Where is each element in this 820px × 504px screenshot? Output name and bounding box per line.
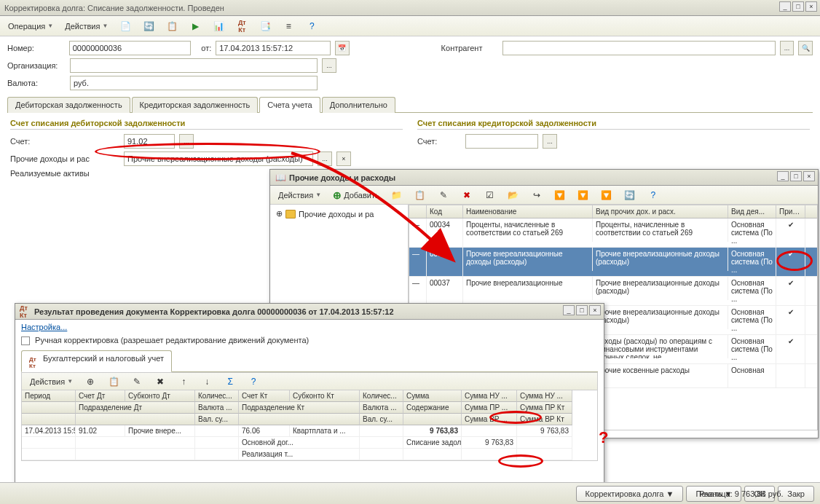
post-icon[interactable]: 📄 [114, 18, 136, 34]
directory-row[interactable]: —00034Проценты, начисленные в соответств… [409, 218, 817, 248]
dir-mark-icon[interactable]: ☑ [479, 187, 501, 203]
col-accept[interactable]: Прин... [776, 205, 805, 218]
list-icon[interactable]: ≡ [277, 18, 299, 34]
h-valsk[interactable]: Вал. су... [360, 414, 403, 425]
book-icon: 📖 [275, 172, 286, 184]
res-up-icon[interactable]: ↑ [173, 374, 194, 390]
dtkt-icon[interactable]: ДтКт [231, 18, 253, 34]
col-type[interactable]: Вид прочих дох. и расх. [593, 205, 728, 218]
currency-input[interactable]: руб. [70, 76, 318, 90]
other-clear-icon[interactable]: × [336, 151, 351, 166]
res-close-icon[interactable]: × [589, 305, 601, 315]
dir-hier-icon[interactable]: 📂 [502, 187, 524, 203]
close-icon[interactable]: × [805, 1, 817, 12]
directory-row[interactable]: —00034Прочие внереализационные доходы (р… [409, 248, 817, 277]
h-sprk[interactable]: Сумма ПР Кт [517, 402, 572, 414]
report-icon[interactable]: 📊 [208, 18, 229, 34]
col-activity[interactable]: Вид дея... [728, 205, 776, 218]
dir-help-icon[interactable]: ? [642, 187, 664, 203]
h-svrk[interactable]: Сумма ВР Кт [517, 414, 572, 425]
h-snu[interactable]: Сумма НУ ... [462, 390, 517, 402]
h-snu2[interactable]: Сумма НУ ... [517, 390, 572, 402]
dir-close-icon[interactable]: × [803, 171, 815, 181]
h-val-dt[interactable]: Валюта ... [195, 402, 239, 414]
res-copy-icon[interactable]: 📋 [103, 374, 125, 390]
h-sum[interactable]: Сумма [403, 390, 462, 402]
res-del-icon[interactable]: ✖ [149, 374, 171, 390]
dir-add-button[interactable]: ⊕Добавить [328, 187, 385, 203]
col-code[interactable]: Код [427, 205, 463, 218]
h-period[interactable]: Период [22, 390, 76, 402]
h-qty-dt[interactable]: Количес... [195, 390, 239, 402]
counterparty-select-icon[interactable]: ... [780, 41, 795, 55]
dir-filteroff-icon[interactable]: 🔽 [596, 187, 618, 203]
number-input[interactable]: 00000000036 [69, 41, 192, 55]
schet-select-icon[interactable]: ... [179, 134, 194, 149]
res-edit-icon[interactable]: ✎ [126, 374, 148, 390]
h-content[interactable]: Содержание [403, 402, 462, 414]
folder-icon [285, 210, 296, 218]
dir-actions-menu[interactable]: Действия▼ [273, 187, 326, 203]
other-income-input[interactable]: Прочие внереализационные доходы (расходы… [124, 151, 313, 166]
h-svr[interactable]: Сумма ВР ... [462, 414, 517, 425]
res-down-icon[interactable]: ↓ [196, 374, 218, 390]
dir-edit-icon[interactable]: ✎ [433, 187, 454, 203]
play-icon[interactable]: ▶ [184, 18, 206, 34]
directory-row[interactable]: —00037Прочие внереализационныеПрочие вне… [409, 277, 817, 306]
dir-delete-icon[interactable]: ✖ [456, 187, 478, 203]
dir-copy-icon[interactable]: 📋 [409, 187, 431, 203]
h-valsd[interactable]: Вал. су... [195, 414, 239, 425]
dir-restore-icon[interactable]: □ [790, 171, 802, 181]
actions-menu[interactable]: Действия▼ [60, 18, 113, 34]
manual-checkbox[interactable] [21, 336, 30, 345]
tree-expand-icon[interactable]: ⊕ [276, 209, 283, 218]
h-spr[interactable]: Сумма ПР ... [462, 402, 517, 414]
struct-icon[interactable]: 📑 [254, 18, 276, 34]
tab-accounts[interactable]: Счета учета [259, 97, 320, 113]
counterparty-input[interactable] [502, 41, 775, 55]
settings-link[interactable]: Настройка... [21, 323, 67, 331]
help-icon[interactable]: ? [301, 18, 323, 34]
h-schet-dt[interactable]: Счет Дт [76, 390, 125, 402]
res-minimize-icon[interactable]: _ [563, 305, 575, 315]
res-help-icon[interactable]: ? [243, 374, 264, 390]
counterparty-search-icon[interactable]: 🔍 [798, 41, 813, 55]
dir-addgroup-icon[interactable]: 📁 [386, 187, 408, 203]
restore-icon[interactable]: □ [792, 1, 804, 12]
debt-button[interactable]: Корректировка долга ▼ [576, 486, 684, 502]
h-podr-kt[interactable]: Подразделение Кт [239, 402, 360, 414]
minimize-icon[interactable]: _ [779, 1, 791, 12]
calendar-icon[interactable]: 📅 [335, 41, 350, 55]
h-subk-dt[interactable]: Субконто Дт [125, 390, 195, 402]
org-select-icon[interactable]: ... [322, 58, 336, 73]
h-subk-kt[interactable]: Субконто Кт [290, 390, 360, 402]
res-restore-icon[interactable]: □ [576, 305, 588, 315]
schet-k-input[interactable] [465, 134, 538, 149]
operation-menu[interactable]: Операция▼ [3, 18, 58, 34]
dir-filter2-icon[interactable]: 🔽 [572, 187, 594, 203]
dir-minimize-icon[interactable]: _ [777, 171, 789, 181]
dir-move-icon[interactable]: ↪ [526, 187, 548, 203]
h-val-kt[interactable]: Валюта ... [360, 402, 403, 414]
schet-k-select-icon[interactable]: ... [543, 134, 557, 149]
h-schet-kt[interactable]: Счет Кт [239, 390, 290, 402]
tab-creditor[interactable]: Кредиторская задолженность [132, 97, 259, 113]
dir-refresh-icon[interactable]: 🔄 [619, 187, 641, 203]
schet-input[interactable]: 91.02 [124, 134, 175, 149]
copy-icon[interactable]: 📋 [161, 18, 183, 34]
h-qty-kt[interactable]: Количес... [360, 390, 403, 402]
tab-debtor[interactable]: Дебиторская задолженность [7, 97, 130, 113]
tab-accounting[interactable]: Дт КтБухгалтерский и налоговый учет [21, 350, 172, 372]
h-podr-dt[interactable]: Подразделение Дт [76, 402, 195, 414]
date-input[interactable]: 17.04.2013 15:57:12 [216, 41, 331, 55]
dir-filter1-icon[interactable]: 🔽 [549, 187, 571, 203]
col-name[interactable]: Наименование [463, 205, 593, 218]
close-button[interactable]: Закр [778, 486, 814, 502]
res-sum-icon[interactable]: Σ [219, 374, 241, 390]
other-select-icon[interactable]: ... [318, 151, 332, 166]
res-add-icon[interactable]: ⊕ [79, 374, 101, 390]
res-actions-menu[interactable]: Действия▼ [25, 374, 78, 390]
refresh-icon[interactable]: 🔄 [138, 18, 159, 34]
tab-extra[interactable]: Дополнительно [322, 97, 395, 113]
org-input[interactable] [70, 58, 318, 73]
